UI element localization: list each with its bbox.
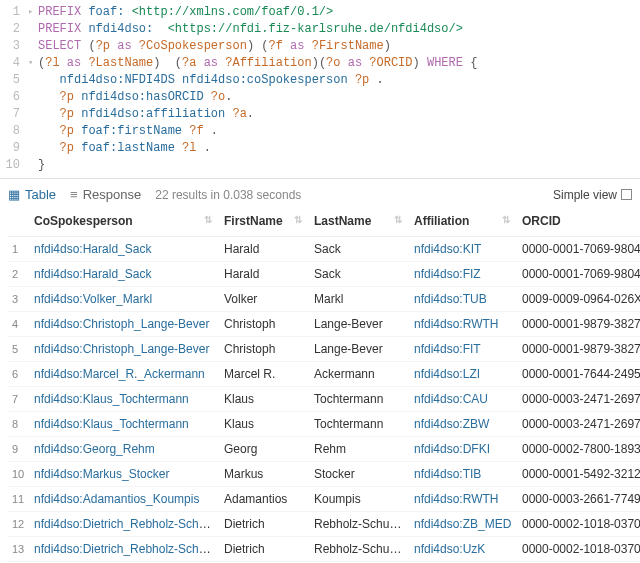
col-lastname[interactable]: LastName⇅ (310, 208, 410, 237)
editor-line[interactable]: 1▸PREFIX foaf: <http://xmlns.com/foaf/0.… (0, 4, 640, 21)
cospokesperson-link[interactable]: nfdi4dso:Harald_Sack (34, 242, 151, 256)
results-table: CoSpokesperson⇅ FirstName⇅ LastName⇅ Aff… (8, 208, 640, 563)
editor-line[interactable]: 9 ?p foaf:lastName ?l . (0, 140, 640, 157)
cell-firstname: Harald (220, 262, 310, 287)
affiliation-link[interactable]: nfdi4dso:CAU (414, 392, 488, 406)
cell-orcid: 0000-0001-7069-9804 (518, 262, 640, 287)
cell-orcid: 0000-0001-7069-9804 (518, 237, 640, 262)
cell-firstname: Marcel R. (220, 362, 310, 387)
fold-icon (28, 89, 38, 106)
tab-table[interactable]: ▦ Table (8, 187, 56, 202)
code-content[interactable]: ?p nfdi4dso:affiliation ?a. (38, 106, 640, 123)
cell-cospokesperson: nfdi4dso:Dietrich_Rebholz-Schuhm… (30, 537, 220, 562)
cell-cospokesperson: nfdi4dso:Markus_Stocker (30, 462, 220, 487)
cospokesperson-link[interactable]: nfdi4dso:Harald_Sack (34, 267, 151, 281)
table-row: 9nfdi4dso:Georg_RehmGeorgRehmnfdi4dso:DF… (8, 437, 640, 462)
cospokesperson-link[interactable]: nfdi4dso:Georg_Rehm (34, 442, 155, 456)
code-content[interactable]: ?p foaf:lastName ?l . (38, 140, 640, 157)
col-cospokesperson[interactable]: CoSpokesperson⇅ (30, 208, 220, 237)
fold-icon (28, 21, 38, 38)
editor-line[interactable]: 4▾(?l as ?LastName) (?a as ?Affiliation)… (0, 55, 640, 72)
editor-line[interactable]: 5 nfdi4dso:NFDI4DS nfdi4dso:coSpokespers… (0, 72, 640, 89)
cell-firstname: Adamantios (220, 487, 310, 512)
affiliation-link[interactable]: nfdi4dso:FIZ (414, 267, 481, 281)
cell-lastname: Rebholz-Schuh… (310, 537, 410, 562)
cospokesperson-link[interactable]: nfdi4dso:Dietrich_Rebholz-Schuhm… (34, 542, 220, 556)
simple-view-toggle[interactable]: Simple view (553, 188, 632, 202)
line-number: 8 (0, 123, 28, 140)
editor-line[interactable]: 2PREFIX nfdi4dso: <https://nfdi.fiz-karl… (0, 21, 640, 38)
cospokesperson-link[interactable]: nfdi4dso:Volker_Markl (34, 292, 152, 306)
table-row: 5nfdi4dso:Christoph_Lange-BeverChristoph… (8, 337, 640, 362)
cospokesperson-link[interactable]: nfdi4dso:Markus_Stocker (34, 467, 169, 481)
code-content[interactable]: PREFIX nfdi4dso: <https://nfdi.fiz-karls… (38, 21, 640, 38)
line-number: 10 (0, 157, 28, 174)
cell-orcid: 0000-0001-7644-2495 (518, 362, 640, 387)
affiliation-link[interactable]: nfdi4dso:DFKI (414, 442, 490, 456)
editor-line[interactable]: 6 ?p nfdi4dso:hasORCID ?o. (0, 89, 640, 106)
row-number: 11 (8, 487, 30, 512)
affiliation-link[interactable]: nfdi4dso:UzK (414, 542, 485, 556)
cell-cospokesperson: nfdi4dso:Adamantios_Koumpis (30, 487, 220, 512)
affiliation-link[interactable]: nfdi4dso:RWTH (414, 317, 498, 331)
affiliation-link[interactable]: nfdi4dso:KIT (414, 242, 481, 256)
code-content[interactable]: PREFIX foaf: <http://xmlns.com/foaf/0.1/… (38, 4, 640, 21)
cell-lastname: Rebholz-Schuh… (310, 512, 410, 537)
editor-line[interactable]: 7 ?p nfdi4dso:affiliation ?a. (0, 106, 640, 123)
cospokesperson-link[interactable]: nfdi4dso:Marcel_R._Ackermann (34, 367, 205, 381)
sort-icon: ⇅ (294, 214, 300, 225)
editor-line[interactable]: 3SELECT (?p as ?CoSpokesperson) (?f as ?… (0, 38, 640, 55)
fold-icon[interactable]: ▾ (28, 55, 38, 72)
code-content[interactable]: nfdi4dso:NFDI4DS nfdi4dso:coSpokesperson… (38, 72, 640, 89)
row-number: 4 (8, 312, 30, 337)
code-content[interactable]: ?p nfdi4dso:hasORCID ?o. (38, 89, 640, 106)
cospokesperson-link[interactable]: nfdi4dso:Christoph_Lange-Bever (34, 342, 209, 356)
cospokesperson-link[interactable]: nfdi4dso:Klaus_Tochtermann (34, 417, 189, 431)
row-number: 9 (8, 437, 30, 462)
cell-cospokesperson: nfdi4dso:Klaus_Tochtermann (30, 387, 220, 412)
cell-lastname: Lange-Bever (310, 312, 410, 337)
cell-lastname: Ackermann (310, 362, 410, 387)
cospokesperson-link[interactable]: nfdi4dso:Christoph_Lange-Bever (34, 317, 209, 331)
table-row: 6nfdi4dso:Marcel_R._AckermannMarcel R.Ac… (8, 362, 640, 387)
line-number: 2 (0, 21, 28, 38)
sort-icon: ⇅ (394, 214, 400, 225)
cell-orcid: 0009-0009-0964-026X (518, 287, 640, 312)
col-orcid[interactable]: ORCID (518, 208, 640, 237)
results-panel: ▦ Table ≡ Response 22 results in 0.038 s… (0, 179, 640, 563)
affiliation-link[interactable]: nfdi4dso:LZI (414, 367, 480, 381)
table-row: 2nfdi4dso:Harald_SackHaraldSacknfdi4dso:… (8, 262, 640, 287)
col-affiliation[interactable]: Affiliation⇅ (410, 208, 518, 237)
affiliation-link[interactable]: nfdi4dso:TIB (414, 467, 481, 481)
code-content[interactable]: ?p foaf:firstName ?f . (38, 123, 640, 140)
fold-icon (28, 157, 38, 174)
tab-response[interactable]: ≡ Response (70, 187, 141, 202)
affiliation-link[interactable]: nfdi4dso:RWTH (414, 492, 498, 506)
affiliation-link[interactable]: nfdi4dso:TUB (414, 292, 487, 306)
fold-icon[interactable]: ▸ (28, 4, 38, 21)
tab-table-label: Table (25, 187, 56, 202)
cell-affiliation: nfdi4dso:TUB (410, 287, 518, 312)
cell-orcid: 0000-0003-2471-2697 (518, 387, 640, 412)
editor-line[interactable]: 10} (0, 157, 640, 174)
cell-cospokesperson: nfdi4dso:Harald_Sack (30, 237, 220, 262)
col-firstname[interactable]: FirstName⇅ (220, 208, 310, 237)
cell-firstname: Dietrich (220, 537, 310, 562)
row-number: 6 (8, 362, 30, 387)
cell-firstname: Christoph (220, 312, 310, 337)
affiliation-link[interactable]: nfdi4dso:ZBW (414, 417, 489, 431)
cell-orcid: 0000-0002-1018-0370 (518, 537, 640, 562)
sparql-editor[interactable]: 1▸PREFIX foaf: <http://xmlns.com/foaf/0.… (0, 0, 640, 179)
cospokesperson-link[interactable]: nfdi4dso:Dietrich_Rebholz-Schuhm… (34, 517, 220, 531)
code-content[interactable]: } (38, 157, 640, 174)
line-number: 9 (0, 140, 28, 157)
cell-lastname: Lange-Bever (310, 337, 410, 362)
editor-line[interactable]: 8 ?p foaf:firstName ?f . (0, 123, 640, 140)
affiliation-link[interactable]: nfdi4dso:ZB_MED (414, 517, 511, 531)
cospokesperson-link[interactable]: nfdi4dso:Adamantios_Koumpis (34, 492, 199, 506)
code-content[interactable]: (?l as ?LastName) (?a as ?Affiliation)(?… (38, 55, 640, 72)
affiliation-link[interactable]: nfdi4dso:FIT (414, 342, 481, 356)
code-content[interactable]: SELECT (?p as ?CoSpokesperson) (?f as ?F… (38, 38, 640, 55)
cospokesperson-link[interactable]: nfdi4dso:Klaus_Tochtermann (34, 392, 189, 406)
cell-orcid: 0000-0001-5492-3212 (518, 462, 640, 487)
